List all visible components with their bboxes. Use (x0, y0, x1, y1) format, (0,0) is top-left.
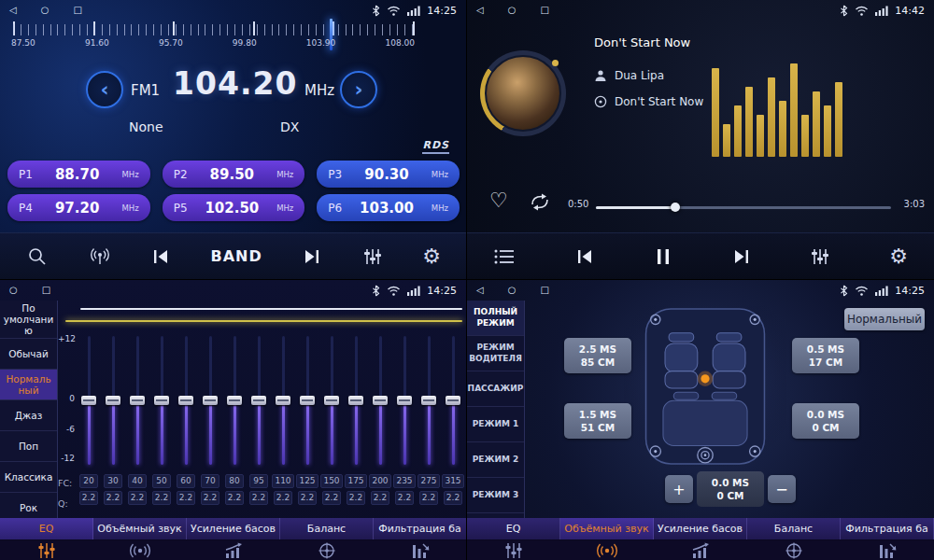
pause-button[interactable] (654, 246, 672, 267)
repeat-button[interactable] (529, 193, 551, 215)
previous-button[interactable] (150, 246, 171, 267)
eq-band-slider[interactable] (149, 332, 174, 469)
tab-item[interactable]: Фильтрация ба (374, 518, 467, 539)
decrease-delay-button[interactable]: − (768, 475, 796, 503)
tab-icon-balance[interactable] (747, 540, 841, 560)
eq-band-slider[interactable] (441, 332, 465, 469)
tab-item[interactable]: Усиление басов (187, 518, 280, 539)
eq-settings-button[interactable] (810, 246, 830, 267)
eq-slider-knob[interactable] (300, 396, 315, 405)
tab-icon-balance[interactable] (280, 540, 374, 560)
nav-recents-icon[interactable]: □ (73, 0, 81, 21)
favorite-button[interactable]: ♡ (489, 190, 508, 211)
search-button[interactable] (26, 245, 49, 268)
nav-recents-icon[interactable]: □ (42, 280, 50, 301)
listening-mode-item[interactable]: РЕЖИМ 1 (467, 407, 524, 442)
nav-home-icon[interactable]: ○ (508, 0, 517, 21)
eq-band-slider[interactable] (271, 332, 295, 469)
eq-slider-knob[interactable] (324, 396, 339, 405)
radio-preset-button[interactable]: P6 103.00 MHz (317, 194, 460, 221)
eq-slider-knob[interactable] (178, 396, 193, 405)
nav-home-icon[interactable]: ○ (41, 0, 50, 21)
eq-band-slider[interactable] (247, 332, 271, 469)
radio-preset-button[interactable]: P2 89.50 MHz (163, 161, 305, 188)
tab-icon-eq[interactable] (0, 540, 93, 560)
tab-item[interactable]: Усиление басов (654, 518, 747, 539)
listening-mode-item[interactable]: РЕЖИМ 2 (467, 442, 524, 478)
eq-slider-knob[interactable] (227, 396, 242, 405)
nav-back-icon[interactable]: ◁ (9, 0, 17, 21)
eq-preset-item[interactable]: Поп (0, 431, 57, 462)
eq-band-slider[interactable] (198, 332, 222, 469)
tab-icon-bass[interactable] (654, 540, 747, 560)
eq-preset-item[interactable]: Нормальный (0, 370, 57, 400)
tab-item[interactable]: Объёмный звук (560, 518, 654, 539)
progress-bar[interactable] (596, 206, 891, 209)
eq-band-slider[interactable] (125, 332, 149, 469)
eq-slider-knob[interactable] (348, 396, 363, 405)
radio-preset-button[interactable]: P1 88.70 MHz (7, 161, 150, 188)
eq-band-slider[interactable] (344, 332, 368, 469)
eq-band-slider[interactable] (174, 332, 198, 469)
seek-up-button[interactable]: › (340, 71, 377, 108)
nav-home-icon[interactable]: ○ (508, 280, 517, 301)
increase-delay-button[interactable]: + (665, 475, 693, 503)
eq-settings-button[interactable] (362, 246, 383, 267)
settings-button[interactable]: ⚙ (422, 246, 441, 267)
eq-slider-knob[interactable] (130, 396, 145, 405)
tab-icon-eq[interactable] (467, 540, 560, 560)
previous-button[interactable] (574, 246, 595, 267)
eq-slider-knob[interactable] (106, 396, 120, 405)
delay-front-left[interactable]: 2.5 MS 85 CM (564, 338, 631, 373)
eq-band-slider[interactable] (392, 332, 417, 469)
playlist-button[interactable] (493, 247, 516, 266)
tab-icon-filter[interactable] (374, 540, 467, 560)
nav-back-icon[interactable]: ◁ (476, 0, 484, 21)
progress-knob[interactable] (671, 203, 680, 212)
eq-slider-knob[interactable] (203, 396, 218, 405)
eq-band-slider[interactable] (368, 332, 392, 469)
next-button[interactable] (731, 246, 752, 267)
eq-slider-knob[interactable] (421, 396, 436, 405)
eq-slider-knob[interactable] (373, 396, 388, 405)
listening-mode-item[interactable]: РЕЖИМ ВОДИТЕЛЯ (467, 336, 524, 371)
nav-recents-icon[interactable]: □ (540, 0, 548, 21)
eq-preset-item[interactable]: Обычай (0, 339, 57, 370)
delay-rear-left[interactable]: 1.5 MS 51 CM (564, 403, 631, 439)
tab-icon-filter[interactable] (841, 540, 934, 560)
tab-item[interactable]: Баланс (280, 518, 374, 539)
seek-down-button[interactable]: ‹ (86, 71, 123, 108)
eq-band-slider[interactable] (319, 332, 344, 469)
eq-band-slider[interactable] (222, 332, 247, 469)
nav-back-icon[interactable]: ◁ (476, 280, 484, 301)
delay-rear-right[interactable]: 0.0 MS 0 CM (792, 403, 859, 439)
band-button[interactable]: BAND (211, 247, 262, 265)
eq-band-slider[interactable] (77, 332, 101, 469)
eq-band-slider[interactable] (295, 332, 319, 469)
eq-slider-knob[interactable] (81, 396, 96, 405)
eq-preset-item[interactable]: Классика (0, 462, 57, 493)
tab-item[interactable]: Баланс (747, 518, 841, 539)
tab-icon-surround[interactable] (560, 540, 654, 560)
tab-item[interactable]: EQ (0, 518, 93, 539)
tab-item[interactable]: Фильтрация ба (841, 518, 934, 539)
nav-home-icon[interactable]: ○ (9, 280, 18, 301)
tab-icon-bass[interactable] (187, 540, 280, 560)
radio-preset-button[interactable]: P4 97.20 MHz (7, 194, 150, 221)
eq-slider-knob[interactable] (251, 396, 266, 405)
listening-point-dot[interactable] (700, 374, 709, 383)
radio-preset-button[interactable]: P3 90.30 MHz (317, 161, 460, 188)
sound-profile-button[interactable]: Нормальный (844, 308, 925, 330)
tab-icon-surround[interactable] (93, 540, 187, 560)
tab-item[interactable]: Объёмный звук (93, 518, 187, 539)
listening-mode-item[interactable]: ПОЛНЫЙ РЕЖИМ (467, 301, 524, 336)
next-button[interactable] (302, 246, 322, 267)
delay-front-right[interactable]: 0.5 MS 17 CM (792, 338, 859, 373)
settings-button[interactable]: ⚙ (889, 246, 908, 267)
eq-slider-knob[interactable] (276, 396, 290, 405)
listening-mode-item[interactable]: ПАССАЖИР (467, 371, 524, 407)
nav-recents-icon[interactable]: □ (540, 280, 548, 301)
eq-slider-knob[interactable] (446, 396, 460, 405)
broadcast-button[interactable] (89, 245, 111, 268)
eq-band-slider[interactable] (417, 332, 441, 469)
